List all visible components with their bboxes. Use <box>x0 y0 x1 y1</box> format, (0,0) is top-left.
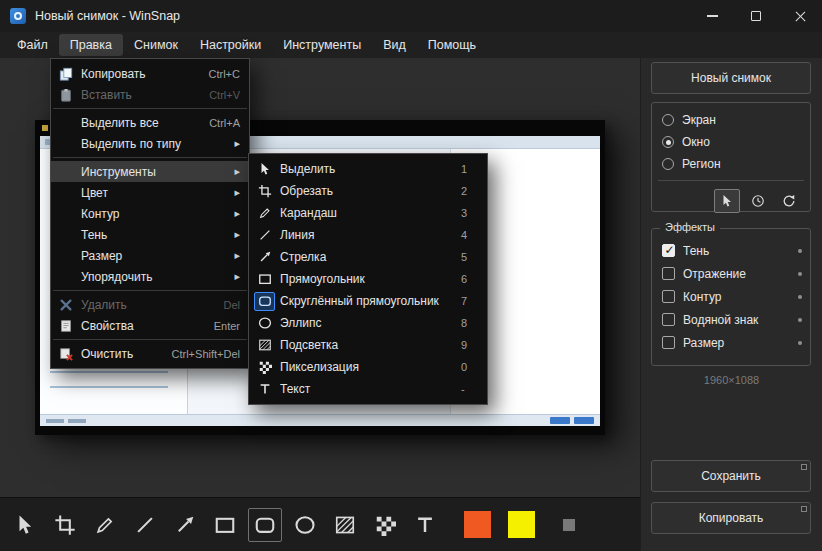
menubar-item-edit[interactable]: Правка <box>59 34 123 56</box>
effect-resize[interactable]: Размер <box>652 331 810 354</box>
menu-item-shadow[interactable]: Тень <box>51 224 249 245</box>
effect-options-dot[interactable] <box>798 295 802 299</box>
edit-menu: Копировать Ctrl+C Вставить Ctrl+V Выдели… <box>50 58 250 369</box>
submenu-arrow-icon <box>230 137 240 150</box>
tool-crop-button[interactable] <box>48 508 82 542</box>
radio-screen[interactable]: Экран <box>652 109 810 131</box>
menubar-item-settings[interactable]: Настройки <box>189 34 272 56</box>
new-snapshot-button[interactable]: Новый снимок <box>651 62 811 94</box>
capture-pointer-button[interactable] <box>714 189 740 213</box>
menu-item-select-all[interactable]: Выделить все Ctrl+A <box>51 112 249 133</box>
text-icon <box>414 514 436 536</box>
effect-options-dot[interactable] <box>798 249 802 253</box>
menu-item-select-by-type[interactable]: Выделить по типу <box>51 133 249 154</box>
menubar-item-tools[interactable]: Инструменты <box>272 34 372 56</box>
menubar-item-view[interactable]: Вид <box>372 34 417 56</box>
tool-text-button[interactable] <box>408 508 442 542</box>
pixelate-icon <box>374 514 396 536</box>
menubar-item-file[interactable]: Файл <box>6 34 59 56</box>
refresh-icon <box>782 194 796 208</box>
secondary-color-swatch[interactable] <box>508 511 535 538</box>
tool-arrow-button[interactable] <box>168 508 202 542</box>
properties-icon <box>51 319 81 333</box>
submenu-item-rounded-rectangle[interactable]: Скруглённый прямоугольник 7 <box>249 290 487 312</box>
copy-button[interactable]: Копировать <box>651 502 811 534</box>
radio-region[interactable]: Регион <box>652 153 810 175</box>
menu-separator <box>53 290 247 291</box>
resolution-label: 1960×1088 <box>641 374 822 386</box>
close-icon <box>794 10 807 23</box>
titlebar: Новый снимок - WinSnap <box>0 0 822 32</box>
effect-options-dot[interactable] <box>798 341 802 345</box>
submenu-item-rectangle[interactable]: Прямоугольник 6 <box>249 268 487 290</box>
tool-pencil-button[interactable] <box>88 508 122 542</box>
effect-reflection[interactable]: Отражение <box>652 262 810 285</box>
clear-icon <box>51 347 81 361</box>
radio-icon <box>662 158 674 170</box>
menu-item-properties[interactable]: Свойства Enter <box>51 315 249 336</box>
submenu-item-pencil[interactable]: Карандаш 3 <box>249 202 487 224</box>
minimize-icon <box>707 15 718 16</box>
submenu-arrow-icon <box>230 165 240 178</box>
rounded-rectangle-icon <box>254 514 276 536</box>
minimize-button[interactable] <box>690 0 734 32</box>
select-icon <box>254 160 275 179</box>
submenu-item-select[interactable]: Выделить 1 <box>249 158 487 180</box>
crop-icon <box>254 182 275 201</box>
app-icon <box>10 8 26 24</box>
tool-rounded-rectangle-button[interactable] <box>248 508 282 542</box>
menu-item-arrange[interactable]: Упорядочить <box>51 266 249 287</box>
submenu-item-text[interactable]: Текст - <box>249 378 487 400</box>
ellipse-icon <box>294 514 316 536</box>
radio-label: Регион <box>682 157 721 171</box>
menubar-item-help[interactable]: Помощь <box>417 34 487 56</box>
tool-line-button[interactable] <box>128 508 162 542</box>
ellipse-icon <box>254 314 275 333</box>
text-icon <box>254 380 275 399</box>
submenu-item-pixelate[interactable]: Пикселизация 0 <box>249 356 487 378</box>
submenu-item-arrow[interactable]: Стрелка 5 <box>249 246 487 268</box>
menu-item-tools[interactable]: Инструменты <box>51 161 249 182</box>
menu-item-delete[interactable]: Удалить Del <box>51 294 249 315</box>
tool-rectangle-button[interactable] <box>208 508 242 542</box>
menu-item-paste[interactable]: Вставить Ctrl+V <box>51 84 249 105</box>
effect-options-dot[interactable] <box>798 272 802 276</box>
radio-selected-icon <box>662 136 674 148</box>
menu-item-clear[interactable]: Очистить Ctrl+Shift+Del <box>51 343 249 364</box>
effect-watermark[interactable]: Водяной знак <box>652 308 810 331</box>
menu-item-color[interactable]: Цвет <box>51 182 249 203</box>
tool-ellipse-button[interactable] <box>288 508 322 542</box>
maximize-icon <box>751 11 761 21</box>
submenu-item-ellipse[interactable]: Эллипс 8 <box>249 312 487 334</box>
close-button[interactable] <box>778 0 822 32</box>
side-panel: Новый снимок Экран Окно Регион Эффекты Т… <box>640 58 822 551</box>
effect-shadow[interactable]: Тень <box>652 239 810 262</box>
submenu-item-crop[interactable]: Обрезать 2 <box>249 180 487 202</box>
maximize-button[interactable] <box>734 0 778 32</box>
menubar: Файл Правка Снимок Настройки Инструменты… <box>0 32 822 58</box>
menu-separator <box>53 339 247 340</box>
effect-outline[interactable]: Контур <box>652 285 810 308</box>
checkbox-checked-icon <box>662 244 675 257</box>
submenu-item-highlight[interactable]: Подсветка 9 <box>249 334 487 356</box>
submenu-arrow-icon <box>230 270 240 283</box>
tool-pixelate-button[interactable] <box>368 508 402 542</box>
pixelate-icon <box>254 358 275 377</box>
hotkey-corner-icon <box>801 464 807 470</box>
save-button[interactable]: Сохранить <box>651 460 811 492</box>
line-icon <box>254 226 275 245</box>
submenu-item-line[interactable]: Линия 4 <box>249 224 487 246</box>
clock-icon <box>751 194 765 208</box>
primary-color-swatch[interactable] <box>464 511 491 538</box>
menu-item-copy[interactable]: Копировать Ctrl+C <box>51 63 249 84</box>
menubar-item-capture[interactable]: Снимок <box>123 34 189 56</box>
tool-highlight-button[interactable] <box>328 508 362 542</box>
effect-options-dot[interactable] <box>798 318 802 322</box>
capture-repeat-button[interactable] <box>776 189 802 213</box>
menu-item-size[interactable]: Размер <box>51 245 249 266</box>
menu-separator <box>53 108 247 109</box>
capture-timer-button[interactable] <box>745 189 771 213</box>
menu-item-outline[interactable]: Контур <box>51 203 249 224</box>
radio-window[interactable]: Окно <box>652 131 810 153</box>
tool-select-button[interactable] <box>8 508 42 542</box>
